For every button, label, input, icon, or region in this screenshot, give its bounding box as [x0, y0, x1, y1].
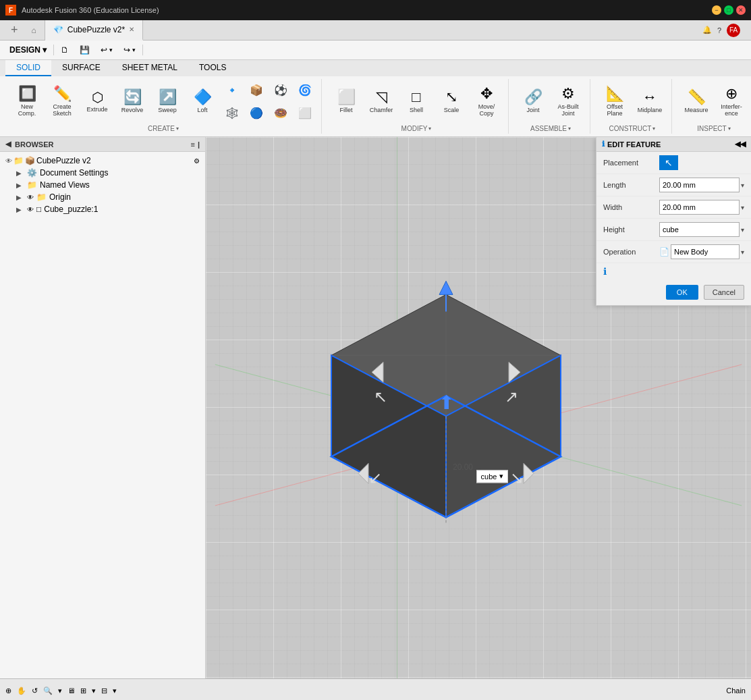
height-dropdown[interactable]: ▾: [741, 226, 744, 234]
ok-button[interactable]: OK: [666, 285, 698, 300]
loft-button[interactable]: 🔷 Loft: [186, 84, 219, 119]
panel-collapse-icon[interactable]: ◀◀: [735, 140, 746, 149]
root-options-icon[interactable]: ⚙: [194, 157, 200, 165]
create-sketch-button[interactable]: ✏️ CreateSketch: [46, 84, 78, 119]
move-copy-button[interactable]: ✥ Move/Copy: [470, 84, 503, 119]
help-icon[interactable]: ?: [717, 26, 721, 34]
pan-icon-status[interactable]: ✋: [17, 686, 26, 695]
measure-button[interactable]: 📏 Measure: [680, 84, 713, 119]
display-settings-icon[interactable]: 🖥: [67, 686, 75, 695]
expand-arrow[interactable]: ▶: [16, 169, 24, 177]
cancel-button[interactable]: Cancel: [704, 285, 744, 300]
sphere-button[interactable]: ⚽: [270, 79, 291, 101]
assemble-dropdown-arrow[interactable]: ▾: [568, 126, 571, 132]
expand-arrow3[interactable]: ▶: [16, 194, 24, 201]
rib-button[interactable]: 🔹: [221, 79, 243, 101]
as-built-joint-button[interactable]: ⚙ As-BuiltJoint: [552, 84, 584, 119]
cylinder-button[interactable]: 🔵: [246, 102, 267, 124]
close-button[interactable]: ✕: [736, 5, 746, 15]
torus-button[interactable]: 🍩: [270, 102, 291, 124]
design-mode-button[interactable]: DESIGN ▾: [5, 43, 51, 57]
new-tab-button[interactable]: +: [5, 23, 24, 37]
undo-button[interactable]: ↩▾: [96, 43, 117, 57]
maximize-button[interactable]: □: [724, 5, 733, 15]
box-button[interactable]: 📦: [246, 79, 267, 101]
width-dropdown[interactable]: ▾: [741, 204, 744, 211]
chamfer-button[interactable]: ◹ Chamfer: [365, 84, 397, 119]
operation-input[interactable]: [671, 244, 740, 259]
width-input[interactable]: [659, 200, 740, 215]
zoom-icon-status[interactable]: 🔍: [43, 686, 53, 695]
tree-item-named-views[interactable]: ▶ 📁 Named Views: [0, 179, 205, 191]
offset-plane-icon: 📐: [606, 85, 624, 103]
visibility-icon[interactable]: 👁: [5, 157, 12, 165]
save-button[interactable]: 💾: [76, 43, 94, 57]
operation-dropdown[interactable]: ▾: [741, 248, 744, 256]
notifications-icon[interactable]: 🔔: [702, 26, 712, 34]
offset-plane-button[interactable]: 📐 OffsetPlane: [599, 84, 631, 119]
tab-title: CubePuzzle v2*: [67, 25, 125, 34]
move-tl-arrow[interactable]: ↖: [374, 387, 387, 406]
cube-body-icon: □: [36, 205, 41, 214]
construct-dropdown-arrow[interactable]: ▾: [652, 126, 655, 132]
tree-item-root[interactable]: 👁 📁 📦 CubePuzzle v2 ⚙: [0, 155, 205, 167]
tab-sheet-metal[interactable]: SHEET METAL: [111, 60, 188, 76]
origin-visibility-icon[interactable]: 👁: [27, 194, 34, 201]
length-input[interactable]: [659, 178, 740, 192]
placement-button[interactable]: ↖: [659, 155, 678, 170]
move-up-arrow[interactable]: ⬆: [438, 392, 453, 413]
select-icon-status[interactable]: ⊕: [5, 686, 11, 695]
tab-surface[interactable]: SURFACE: [51, 60, 111, 76]
move-br-arrow[interactable]: ↘: [510, 468, 524, 487]
tab-close-icon[interactable]: ✕: [129, 26, 134, 33]
inspect-dropdown-arrow[interactable]: ▾: [728, 126, 731, 132]
modify-group-items: ⬜ Fillet ◹ Chamfer □ Shell ⤡ Scale ✥ M: [330, 79, 503, 124]
account-menu[interactable]: 🔔 ? FA: [697, 24, 746, 37]
joint-button[interactable]: 🔗 Joint: [517, 84, 549, 119]
cube-visibility-icon[interactable]: 👁: [27, 206, 34, 213]
view-settings-icon[interactable]: ⊟: [101, 686, 107, 695]
tab-solid[interactable]: SOLID: [5, 60, 51, 76]
move-tr-arrow[interactable]: ↗: [505, 387, 518, 406]
redo-button[interactable]: ↪▾: [119, 43, 140, 57]
new-component-button[interactable]: 🔲 NewComp.: [11, 84, 43, 119]
grid-settings-dropdown[interactable]: ▾: [92, 686, 96, 695]
panel-info-icon: ℹ: [602, 140, 605, 149]
pipe-button[interactable]: ⬜: [294, 102, 316, 124]
view-settings-dropdown[interactable]: ▾: [113, 686, 117, 695]
expand-arrow2[interactable]: ▶: [16, 182, 24, 189]
open-tab-btn[interactable]: ⌂: [24, 20, 45, 41]
tab-icon: 💎: [53, 25, 63, 34]
revolve-button[interactable]: 🔄 Revolve: [116, 84, 148, 119]
web-button[interactable]: 🕸️: [221, 102, 243, 124]
viewport[interactable]: ⬆ ↙ ↘ ↖ ↗ 20.00 cube ▾ TOP: [206, 137, 751, 678]
interference-button[interactable]: ⊕ Interfer-ence: [715, 84, 748, 119]
tab-tools[interactable]: TOOLS: [188, 60, 237, 76]
tree-item-cube[interactable]: ▶ 👁 □ Cube_puzzle:1: [0, 203, 205, 215]
account-icon[interactable]: FA: [727, 24, 740, 37]
cube-popup-label[interactable]: cube ▾: [476, 470, 509, 483]
extrude-button[interactable]: ⬡ Extrude: [81, 84, 113, 119]
grid-settings-icon[interactable]: ⊞: [80, 686, 86, 695]
browser-expand-icon[interactable]: ≡: [191, 140, 195, 149]
height-input[interactable]: [659, 222, 740, 237]
create-dropdown-arrow[interactable]: ▾: [176, 126, 179, 132]
browser-collapse-icon[interactable]: ◀: [5, 140, 11, 149]
shell-button[interactable]: □ Shell: [400, 84, 433, 119]
file-button[interactable]: 🗋: [57, 43, 73, 57]
scale-button[interactable]: ⤡ Scale: [435, 84, 468, 119]
length-dropdown[interactable]: ▾: [741, 182, 744, 189]
modify-dropdown-arrow[interactable]: ▾: [428, 126, 431, 132]
minimize-button[interactable]: −: [712, 5, 721, 15]
midplane-button[interactable]: ↔ Midplane: [634, 84, 666, 119]
sweep-button[interactable]: ↗️ Sweep: [151, 84, 184, 119]
expand-arrow4[interactable]: ▶: [16, 206, 24, 213]
move-bl-arrow[interactable]: ↙: [368, 468, 382, 487]
tree-item-origin[interactable]: ▶ 👁 📁 Origin: [0, 191, 205, 203]
orbit-icon-status[interactable]: ↺: [32, 686, 38, 695]
tree-item-doc-settings[interactable]: ▶ ⚙️ Document Settings: [0, 167, 205, 179]
document-tab[interactable]: 💎 CubePuzzle v2* ✕: [45, 20, 143, 41]
coil-button[interactable]: 🌀: [294, 79, 316, 101]
fillet-button[interactable]: ⬜ Fillet: [330, 84, 362, 119]
zoom-dropdown[interactable]: ▾: [58, 686, 62, 695]
